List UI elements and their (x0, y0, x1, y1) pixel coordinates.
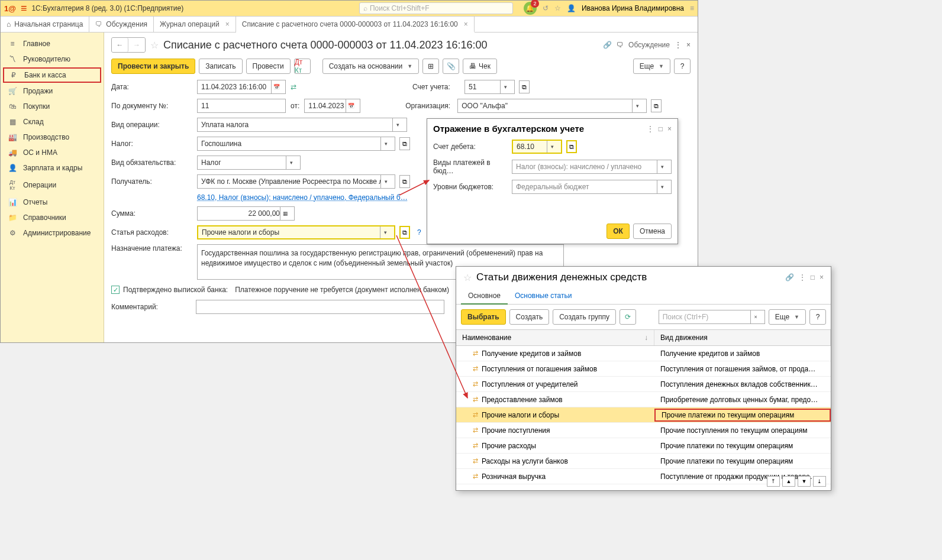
kebab-icon[interactable]: ⋮ (799, 273, 806, 281)
scroll-down-button[interactable]: ▼ (798, 476, 811, 487)
scroll-up-button[interactable]: ▲ (782, 476, 795, 487)
cheque-button[interactable]: 🖶Чек (463, 59, 497, 74)
related-button[interactable]: ⊞ (422, 59, 439, 74)
kebab-icon[interactable]: ⋮ (647, 125, 654, 133)
close-icon[interactable]: × (667, 125, 672, 133)
expense-item-input[interactable]: Прочие налоги и сборы▾ (197, 225, 395, 239)
chevron-down-icon[interactable]: ▾ (380, 226, 391, 238)
burger-icon[interactable]: ≡ (21, 2, 27, 15)
paytype-input[interactable]: Налог (взносы): начислено / уплачено▾ (512, 160, 672, 174)
user-name[interactable]: Иванова Ирина Владимировна (582, 4, 684, 12)
sum-input[interactable]: 22 000,00▦ (197, 206, 295, 221)
chevron-down-icon[interactable]: ▾ (657, 160, 667, 173)
account-input[interactable]: 51▾ (464, 80, 515, 94)
close-icon[interactable]: × (820, 273, 824, 281)
forward-button[interactable]: → (128, 38, 145, 52)
post-close-button[interactable]: Провести и закрыть (111, 59, 195, 74)
post-button[interactable]: Провести (246, 59, 291, 74)
link-icon[interactable]: 🔗 (603, 41, 612, 49)
open-button[interactable]: ⧉ (399, 226, 410, 239)
table-row[interactable]: ⇄Получение кредитов и займовПолучение кр… (456, 346, 831, 361)
debit-input[interactable]: 68.10▾ (512, 140, 562, 154)
scroll-bottom-button[interactable]: ⤓ (813, 476, 826, 487)
dds-tab-items[interactable]: Основные статьи (508, 288, 579, 304)
open-button[interactable]: ⧉ (399, 137, 410, 150)
table-row[interactable]: ⇄Поступления от учредителейПоступления д… (456, 377, 831, 392)
sidebar-item-production[interactable]: 🏭Производство (1, 130, 104, 145)
table-row[interactable]: ⇄Расходы на услуги банковПрочие платежи … (456, 454, 831, 469)
sidebar-item-assets[interactable]: 🚚ОС и НМА (1, 145, 104, 160)
sidebar-item-bank[interactable]: ₽Банк и касса (3, 67, 101, 83)
cancel-button[interactable]: Отмена (633, 224, 672, 239)
star-icon[interactable]: ☆ (554, 4, 561, 12)
refresh-button[interactable]: ⟳ (620, 309, 636, 325)
budget-input[interactable]: Федеральный бюджет▾ (512, 180, 672, 194)
sidebar-item-catalogs[interactable]: 📁Справочники (1, 210, 104, 225)
favorite-star-icon[interactable]: ☆ (463, 272, 472, 283)
maximize-icon[interactable]: □ (811, 273, 815, 281)
table-row[interactable]: ⇄Поступления от погашения займовПоступле… (456, 361, 831, 377)
save-button[interactable]: Записать (199, 59, 242, 74)
more-button[interactable]: Еще▼ (769, 309, 806, 325)
recipient-input[interactable]: УФК по г. Москве (Управление Росреестра … (197, 174, 395, 189)
tab-document[interactable]: Списание с расчетного счета 0000-000003 … (236, 17, 475, 33)
liability-input[interactable]: Налог▾ (197, 156, 301, 170)
chevron-down-icon[interactable]: ▾ (286, 156, 296, 169)
sidebar-item-operations[interactable]: Дт КтОперации (1, 176, 104, 195)
open-button[interactable]: ⧉ (399, 175, 410, 188)
dtkt-button[interactable]: Дт Кт (294, 59, 311, 74)
chevron-down-icon[interactable]: ▾ (380, 175, 391, 188)
accounting-detail-link[interactable]: 68.10, Налог (взносы): начислено / уплач… (197, 193, 408, 202)
kebab-icon[interactable]: ⋮ (675, 41, 682, 49)
sidebar-item-admin[interactable]: ⚙Администрирование (1, 225, 104, 241)
sidebar-item-reports[interactable]: 📊Отчеты (1, 195, 104, 210)
table-row[interactable]: ⇄Прочие поступленияПрочие поступления по… (456, 423, 831, 438)
dds-search-input[interactable]: Поиск (Ctrl+F)× (659, 310, 765, 324)
tax-input[interactable]: Госпошлина▾ (197, 137, 395, 151)
sidebar-item-warehouse[interactable]: ▦Склад (1, 114, 104, 130)
create-based-button[interactable]: Создать на основании▼ (322, 59, 419, 74)
close-icon[interactable]: × (686, 41, 691, 49)
calc-icon[interactable]: ▦ (280, 207, 291, 220)
open-button[interactable]: ⧉ (651, 99, 662, 112)
maximize-icon[interactable]: □ (659, 125, 663, 133)
create-button[interactable]: Создать (509, 309, 550, 325)
ok-button[interactable]: ОК (607, 224, 630, 239)
help-button[interactable]: ? (674, 59, 691, 74)
col-type[interactable]: Вид движения (654, 330, 831, 345)
tab-start[interactable]: ⌂Начальная страница (1, 17, 89, 32)
help-button[interactable]: ? (809, 309, 826, 325)
close-icon[interactable]: × (464, 20, 468, 28)
org-input[interactable]: ООО "Альфа"▾ (457, 99, 647, 113)
chevron-down-icon[interactable]: ▾ (500, 80, 511, 93)
create-group-button[interactable]: Создать группу (553, 309, 616, 325)
table-row[interactable]: ⇄Прочие налоги и сборыПрочие платежи по … (456, 407, 831, 423)
table-row[interactable]: ⇄Предоставление займовПриобретение долго… (456, 392, 831, 407)
bell-icon[interactable]: 🔔2 (524, 2, 537, 15)
sidebar-item-manager[interactable]: 〽Руководителю (1, 51, 104, 67)
history-icon[interactable]: ↺ (543, 4, 549, 12)
calendar-icon[interactable]: 📅 (346, 99, 356, 112)
global-search[interactable]: ⌕ Поиск Ctrl+Shift+F (359, 2, 513, 14)
docno-input[interactable]: 11 (197, 99, 286, 113)
optype-input[interactable]: Уплата налога▾ (197, 118, 407, 132)
back-button[interactable]: ← (112, 38, 128, 52)
calendar-icon[interactable]: 📅 (271, 80, 282, 93)
open-button[interactable]: ⧉ (566, 140, 577, 153)
discuss-link[interactable]: Обсуждение (628, 41, 670, 49)
chevron-down-icon[interactable]: ▾ (547, 141, 557, 153)
close-icon[interactable]: × (225, 20, 230, 28)
chevron-down-icon[interactable]: ▾ (392, 118, 403, 131)
table-row[interactable]: ⇄Прочие расходыПрочие платежи по текущим… (456, 438, 831, 454)
menu-icon[interactable]: ≡ (690, 4, 694, 12)
docdate-input[interactable]: 11.04.2023📅 (304, 99, 360, 113)
more-button[interactable]: Еще▼ (633, 59, 670, 74)
scroll-top-button[interactable]: ⤒ (767, 476, 780, 487)
discuss-icon[interactable]: 🗨 (617, 41, 624, 49)
sidebar-item-main[interactable]: ≡Главное (1, 36, 104, 51)
open-button[interactable]: ⧉ (519, 80, 530, 93)
favorite-star-icon[interactable]: ☆ (150, 40, 159, 51)
tab-discuss[interactable]: 🗨Обсуждения (89, 17, 154, 32)
chevron-down-icon[interactable]: ▾ (380, 137, 391, 150)
sidebar-item-salary[interactable]: 👤Зарплата и кадры (1, 160, 104, 176)
